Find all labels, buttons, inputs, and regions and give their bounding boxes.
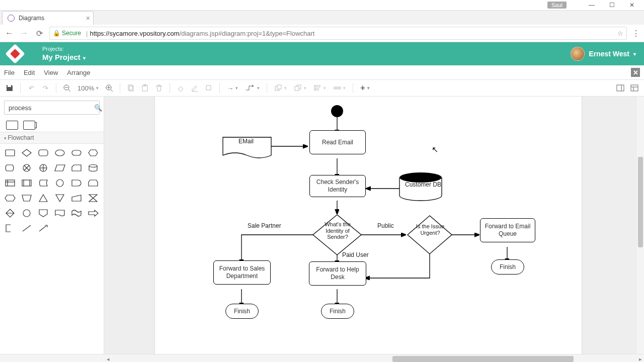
shape-connector[interactable] bbox=[54, 178, 66, 188]
shape-document[interactable] bbox=[54, 208, 66, 218]
project-selector[interactable]: Projects: My Project ▾ bbox=[42, 46, 86, 61]
svg-rect-22 bbox=[339, 87, 341, 89]
shape-internal-storage[interactable] bbox=[4, 178, 16, 188]
close-panel-icon[interactable]: ✕ bbox=[631, 68, 640, 77]
shape-preparation[interactable] bbox=[4, 193, 16, 203]
tab-close-icon[interactable]: × bbox=[86, 14, 90, 22]
window-close-icon[interactable]: ✕ bbox=[622, 0, 642, 10]
shape-database[interactable] bbox=[87, 163, 99, 173]
shape-or[interactable] bbox=[37, 163, 49, 173]
menu-view[interactable]: View bbox=[44, 69, 58, 76]
horizontal-scrollbar[interactable]: ◂ ▸ bbox=[0, 354, 644, 362]
shape-summing[interactable] bbox=[21, 163, 33, 173]
scroll-right-icon[interactable]: ▸ bbox=[637, 356, 644, 363]
to-back-icon[interactable]: ▾ bbox=[292, 82, 308, 94]
svg-rect-19 bbox=[315, 88, 318, 90]
shape-hexagon[interactable] bbox=[87, 148, 99, 158]
menu-arrange[interactable]: Arrange bbox=[67, 69, 90, 76]
shape-stored-data[interactable] bbox=[37, 178, 49, 188]
node-finish-1[interactable]: Finish bbox=[225, 304, 259, 319]
user-menu[interactable]: Ernest West ▾ bbox=[571, 47, 636, 61]
copy-icon[interactable] bbox=[125, 82, 136, 94]
window-minimize-icon[interactable]: — bbox=[582, 0, 602, 10]
node-forward-helpdesk[interactable]: Forward to Help Desk bbox=[309, 261, 366, 286]
bookmark-star-icon[interactable]: ☆ bbox=[617, 30, 623, 37]
to-front-icon[interactable]: ▾ bbox=[272, 82, 289, 94]
outline-panel-icon[interactable] bbox=[629, 82, 640, 94]
node-email-doc[interactable]: EMail bbox=[238, 138, 254, 145]
shape-tape[interactable] bbox=[70, 208, 83, 218]
browser-menu-icon[interactable]: ⋮ bbox=[632, 29, 640, 38]
shape-merge[interactable] bbox=[54, 193, 66, 203]
node-customer-db[interactable]: Customer DB bbox=[405, 181, 441, 188]
app-header: Projects: My Project ▾ Ernest West ▾ bbox=[0, 42, 644, 65]
node-finish-3[interactable]: Finish bbox=[491, 259, 524, 275]
menu-edit[interactable]: Edit bbox=[24, 69, 35, 76]
shape-sort[interactable] bbox=[4, 208, 16, 218]
node-read-email[interactable]: Read Email bbox=[309, 130, 366, 154]
scroll-left-icon[interactable]: ◂ bbox=[105, 356, 112, 363]
vertical-scrollbar[interactable] bbox=[637, 97, 644, 354]
connector-style-icon[interactable]: → ▾ bbox=[225, 82, 240, 94]
shape-card[interactable] bbox=[70, 163, 83, 173]
os-titlebar: Saul — ☐ ✕ bbox=[0, 0, 644, 11]
shape-line[interactable] bbox=[21, 223, 33, 233]
shape-rectangle[interactable] bbox=[4, 148, 16, 158]
shape-manual-op[interactable] bbox=[21, 193, 33, 203]
shape-extract[interactable] bbox=[37, 193, 49, 203]
url-field[interactable]: 🔒 Secure | https://sycamore.vpository.co… bbox=[49, 27, 627, 40]
shape-terminator[interactable] bbox=[70, 148, 83, 158]
paste-icon[interactable] bbox=[139, 82, 150, 94]
zoom-level[interactable]: 100%▾ bbox=[75, 82, 101, 94]
shape-loop-limit[interactable] bbox=[87, 178, 99, 188]
app-logo-icon[interactable] bbox=[5, 44, 25, 64]
browser-tab[interactable]: Diagrams × bbox=[2, 11, 94, 25]
shadow-icon[interactable] bbox=[203, 82, 214, 94]
search-input[interactable] bbox=[8, 104, 94, 112]
shape-manual-input[interactable] bbox=[70, 193, 83, 203]
node-finish-2[interactable]: Finish bbox=[321, 304, 354, 319]
nav-forward-icon[interactable]: → bbox=[19, 29, 29, 38]
shape-rounded[interactable] bbox=[37, 148, 49, 158]
insert-icon[interactable]: + ▾ bbox=[358, 82, 371, 94]
zoom-in-icon[interactable] bbox=[104, 82, 115, 94]
shape-annotation[interactable] bbox=[4, 223, 16, 233]
align-icon[interactable]: ▾ bbox=[311, 82, 328, 94]
shape-arrow[interactable] bbox=[87, 208, 99, 218]
node-forward-email-queue[interactable]: Forward to Email Queue bbox=[480, 218, 535, 242]
node-forward-sales[interactable]: Forward to Sales Department bbox=[213, 260, 271, 285]
shape-predefined[interactable] bbox=[21, 178, 33, 188]
nav-back-icon[interactable]: ← bbox=[4, 29, 14, 38]
shape-circle[interactable] bbox=[21, 208, 33, 218]
redo-icon[interactable]: ↷ bbox=[40, 82, 51, 94]
window-maximize-icon[interactable]: ☐ bbox=[602, 0, 622, 10]
delete-icon[interactable] bbox=[153, 82, 165, 94]
waypoint-style-icon[interactable]: ▾ bbox=[243, 82, 262, 94]
diagram-canvas[interactable]: EMail Read Email Check Sender's Identity… bbox=[104, 97, 644, 354]
shape-search[interactable]: 🔍 bbox=[4, 101, 100, 115]
distribute-icon[interactable]: ▾ bbox=[331, 82, 348, 94]
shape-delay[interactable] bbox=[70, 178, 83, 188]
undo-icon[interactable]: ↶ bbox=[26, 82, 37, 94]
category-flowchart[interactable]: Flowchart bbox=[0, 132, 104, 144]
shape-decision[interactable] bbox=[21, 148, 33, 158]
shape-display[interactable] bbox=[4, 163, 16, 173]
node-check-sender[interactable]: Check Sender's Identity bbox=[309, 175, 366, 197]
shape-process[interactable] bbox=[6, 121, 18, 130]
nav-reload-icon[interactable]: ⟳ bbox=[34, 29, 44, 38]
format-panel-icon[interactable] bbox=[615, 82, 626, 94]
node-identity-decision[interactable]: What's the Identity of Sender? bbox=[322, 221, 353, 240]
fill-color-icon[interactable] bbox=[175, 82, 186, 94]
shape-predefined-process[interactable] bbox=[23, 121, 35, 130]
shape-offpage[interactable] bbox=[37, 208, 49, 218]
shape-collate[interactable] bbox=[87, 193, 99, 203]
shape-arrow-line[interactable] bbox=[37, 223, 49, 233]
shape-data[interactable] bbox=[54, 163, 66, 173]
line-color-icon[interactable] bbox=[189, 82, 200, 94]
shape-ellipse[interactable] bbox=[54, 148, 66, 158]
menu-file[interactable]: File bbox=[4, 69, 15, 76]
search-icon[interactable]: 🔍 bbox=[94, 104, 102, 112]
node-urgent-decision[interactable]: Is the Issue Urgent? bbox=[415, 223, 446, 236]
zoom-out-icon[interactable] bbox=[61, 82, 72, 94]
save-icon[interactable] bbox=[4, 82, 15, 94]
